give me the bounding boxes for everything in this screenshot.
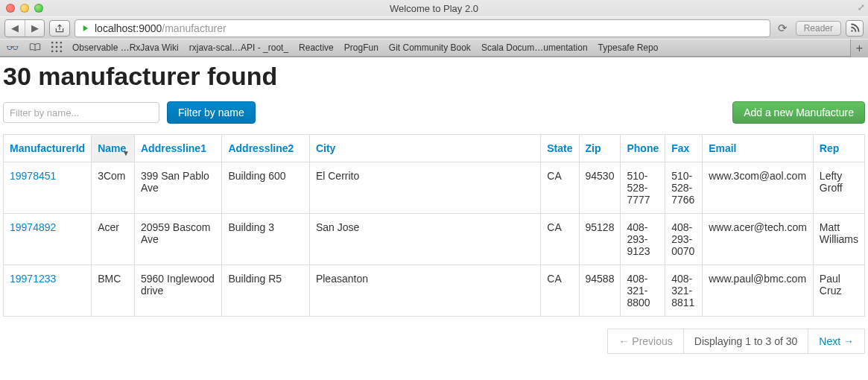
svg-rect-1 <box>51 42 53 43</box>
cell-zip: 95128 <box>579 214 621 265</box>
book-icon[interactable] <box>29 42 41 54</box>
cell-rep: Paul Cruz <box>813 265 864 317</box>
cell-zip: 94588 <box>579 265 621 317</box>
manufacturer-table: ManufacturerId Name▼ Addressline1 Addres… <box>3 134 865 317</box>
glasses-icon[interactable]: 👓 <box>6 42 19 54</box>
filter-button[interactable]: Filter by name <box>167 101 256 124</box>
cell-city: San Jose <box>309 214 540 265</box>
svg-rect-4 <box>51 45 53 47</box>
url-text: localhost:9000/manufacturer <box>95 22 226 34</box>
svg-rect-8 <box>56 50 57 51</box>
th-state[interactable]: State <box>541 135 579 162</box>
bookmarks-bar: 👓 Observable …RxJava Wiki rxjava-scal…AP… <box>0 39 868 57</box>
forward-button[interactable]: ▶ <box>25 20 44 37</box>
cell-city: El Cerrito <box>309 162 540 214</box>
site-icon <box>80 23 90 34</box>
th-manufacturer-id[interactable]: ManufacturerId <box>4 135 92 162</box>
cell-rep: Lefty Groff <box>813 162 864 214</box>
sort-desc-icon: ▼ <box>122 149 130 157</box>
nav-buttons: ◀ ▶ <box>4 19 45 37</box>
new-tab-button[interactable]: + <box>850 39 868 57</box>
svg-rect-6 <box>60 45 62 47</box>
cell-id[interactable]: 19974892 <box>4 214 92 265</box>
svg-rect-2 <box>56 42 57 43</box>
rss-icon <box>849 23 860 34</box>
th-city[interactable]: City <box>309 135 540 162</box>
bookmark-item[interactable]: ProgFun <box>344 42 378 53</box>
cell-name: Acer <box>92 214 135 265</box>
cell-fax: 510-528-7766 <box>665 162 703 214</box>
page-content: 30 manufacturer found Filter by name Add… <box>0 62 868 361</box>
url-path: /manufacturer <box>162 22 226 34</box>
svg-rect-3 <box>60 42 62 43</box>
th-name[interactable]: Name▼ <box>92 135 135 162</box>
cell-fax: 408-321-8811 <box>665 265 703 317</box>
cell-city: Pleasanton <box>309 265 540 317</box>
filter-input[interactable] <box>3 102 159 123</box>
bookmark-item[interactable]: Scala Docum…umentation <box>481 42 588 53</box>
back-button[interactable]: ◀ <box>5 20 25 37</box>
cell-name: BMC <box>92 265 135 317</box>
bookmark-item[interactable]: Observable …RxJava Wiki <box>72 42 179 53</box>
pager: ← Previous Displaying 1 to 3 of 30 Next … <box>3 329 865 354</box>
refresh-button[interactable]: ⟳ <box>775 20 791 37</box>
cell-phone: 408-293-9123 <box>621 214 665 265</box>
next-page-button[interactable]: Next → <box>808 329 865 354</box>
th-addressline2[interactable]: Addressline2 <box>222 135 309 162</box>
svg-rect-9 <box>60 50 62 51</box>
table-row: 19974892 Acer 20959 Bascom Ave Building … <box>4 214 865 265</box>
cell-state: CA <box>541 162 579 214</box>
title-bar: Welcome to Play 2.0 ⤡ <box>0 0 868 16</box>
filter-row: Filter by name Add a new Manufacture <box>3 101 865 124</box>
pager-status: Displaying 1 to 3 of 30 <box>684 329 809 354</box>
cell-email: www.paul@bmc.com <box>703 265 814 317</box>
th-phone[interactable]: Phone <box>621 135 665 162</box>
th-email[interactable]: Email <box>703 135 814 162</box>
browser-chrome: Welcome to Play 2.0 ⤡ ◀ ▶ localhost:9000… <box>0 0 868 57</box>
rss-button[interactable] <box>846 20 864 37</box>
cell-name: 3Com <box>92 162 135 214</box>
cell-state: CA <box>541 214 579 265</box>
cell-fax: 408-293-0070 <box>665 214 703 265</box>
share-icon <box>54 23 65 34</box>
bookmark-item[interactable]: Reactive <box>299 42 334 53</box>
url-host: localhost:9000 <box>95 22 162 34</box>
th-zip[interactable]: Zip <box>579 135 621 162</box>
cell-addr1: 5960 Inglewood drive <box>135 265 222 317</box>
cell-addr1: 20959 Bascom Ave <box>135 214 222 265</box>
reader-button[interactable]: Reader <box>796 21 841 36</box>
cell-state: CA <box>541 265 579 317</box>
table-row: 19971233 BMC 5960 Inglewood drive Buildi… <box>4 265 865 317</box>
table-row: 19978451 3Com 399 San Pablo Ave Building… <box>4 162 865 214</box>
bookmark-item[interactable]: rxjava-scal…API - _root_ <box>189 42 288 53</box>
cell-zip: 94530 <box>579 162 621 214</box>
share-button[interactable] <box>49 20 70 37</box>
cell-id[interactable]: 19971233 <box>4 265 92 317</box>
svg-rect-7 <box>51 50 53 51</box>
cell-addr2: Building 3 <box>222 214 309 265</box>
cell-addr2: Building 600 <box>222 162 309 214</box>
th-fax[interactable]: Fax <box>665 135 703 162</box>
browser-toolbar: ◀ ▶ localhost:9000/manufacturer ⟳ Reader <box>0 16 868 39</box>
resize-icon[interactable]: ⤡ <box>856 4 867 11</box>
url-bar[interactable]: localhost:9000/manufacturer <box>75 19 770 37</box>
table-header-row: ManufacturerId Name▼ Addressline1 Addres… <box>4 135 865 162</box>
cell-phone: 510-528-7777 <box>621 162 665 214</box>
add-manufacturer-button[interactable]: Add a new Manufacture <box>732 101 865 124</box>
cell-rep: Matt Williams <box>813 214 864 265</box>
grid-icon[interactable] <box>51 42 62 54</box>
page-title: 30 manufacturer found <box>3 62 865 91</box>
th-addressline1[interactable]: Addressline1 <box>135 135 222 162</box>
cell-id[interactable]: 19978451 <box>4 162 92 214</box>
window-title: Welcome to Play 2.0 <box>0 3 868 14</box>
th-rep[interactable]: Rep <box>813 135 864 162</box>
bookmark-item[interactable]: Typesafe Repo <box>598 42 659 53</box>
prev-page-button[interactable]: ← Previous <box>607 329 683 354</box>
svg-point-0 <box>851 30 852 31</box>
cell-addr1: 399 San Pablo Ave <box>135 162 222 214</box>
cell-phone: 408-321-8800 <box>621 265 665 317</box>
cell-email: www.3com@aol.com <box>703 162 814 214</box>
svg-rect-5 <box>56 45 57 47</box>
cell-addr2: Building R5 <box>222 265 309 317</box>
bookmark-item[interactable]: Git Community Book <box>389 42 471 53</box>
